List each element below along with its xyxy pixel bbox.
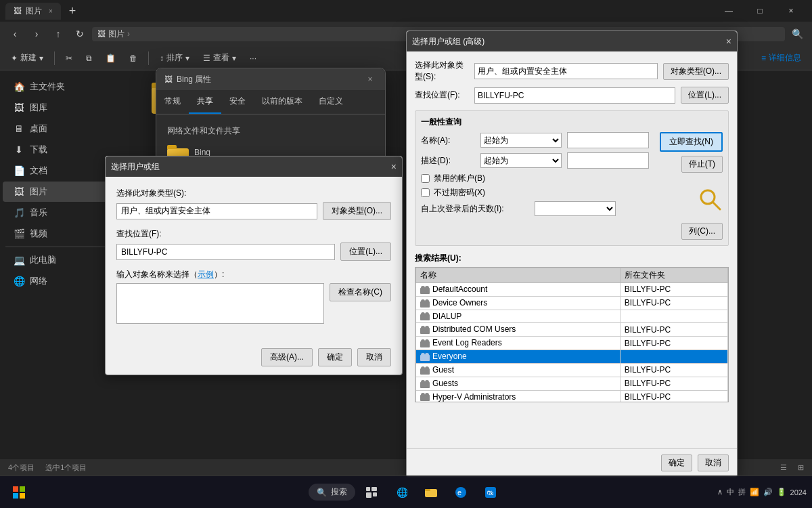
location-btn[interactable]: 位置(L)...	[340, 242, 391, 261]
battery-icon[interactable]: 🔋	[777, 488, 786, 496]
result-row[interactable]: GuestBILLYFU-PC	[416, 363, 728, 377]
select-adv-close[interactable]: ×	[726, 36, 731, 47]
adv-obj-type-btn[interactable]: 对象类型(O)...	[663, 63, 729, 80]
cut-btn[interactable]: ✂	[60, 51, 78, 66]
rename-btn[interactable]: ↕ 排序 ▾	[154, 49, 195, 66]
adv-obj-type-val: 用户、组或内置安全主体	[474, 63, 658, 79]
search-btn[interactable]: 🔍	[788, 24, 807, 43]
more-btn[interactable]: ···	[244, 51, 262, 66]
start-btn[interactable]	[5, 479, 32, 506]
view-list-icon[interactable]: ☰	[780, 463, 787, 472]
adv-disabled-checkbox[interactable]	[421, 174, 430, 183]
object-type-btn[interactable]: 对象类型(O)...	[323, 202, 391, 220]
adv-results-container[interactable]: 名称 所在文件夹 DefaultAccountBILLYFU-PCDevice …	[415, 267, 729, 402]
example-link[interactable]: 示例	[198, 270, 214, 279]
windows-logo	[13, 486, 25, 499]
svg-point-4	[425, 286, 429, 290]
bing-dialog-titlebar: 🖼 Bing 属性 ×	[156, 68, 385, 90]
adv-results-label: 搜索结果(U):	[415, 253, 729, 264]
adv-ok-btn[interactable]: 确定	[661, 454, 692, 471]
select-simple-close[interactable]: ×	[391, 161, 397, 172]
check-names-btn[interactable]: 检查名称(C)	[330, 283, 391, 301]
main-tab[interactable]: 🖼 图片 ×	[5, 3, 61, 20]
tab-security[interactable]: 安全	[221, 90, 254, 114]
bing-dialog-close[interactable]: ×	[363, 72, 377, 86]
result-row[interactable]: Hyper-V AdministratorsBILLYFU-PC	[416, 390, 728, 402]
tab-close-icon[interactable]: ×	[49, 7, 53, 15]
back-btn[interactable]: ‹	[5, 24, 24, 43]
result-row[interactable]: Distributed COM UsersBILLYFU-PC	[416, 323, 728, 337]
adv-days-row: 自上次登录后的天数(I):	[421, 201, 649, 216]
result-row[interactable]: Device OwnersBILLYFU-PC	[416, 296, 728, 310]
tab-previous[interactable]: 以前的版本	[254, 90, 311, 114]
new-btn[interactable]: ✦ 新建 ▾	[5, 49, 49, 66]
details-btn[interactable]: ≡ 详细信息	[756, 49, 807, 66]
delete-icon: 🗑	[129, 54, 137, 63]
result-row[interactable]: DefaultAccountBILLYFU-PC	[416, 283, 728, 297]
bing-dialog-title: 🖼 Bing 属性	[164, 74, 211, 85]
name-input-field[interactable]	[116, 283, 324, 324]
svg-text:e: e	[457, 488, 461, 496]
adv-noexpire-checkbox[interactable]	[421, 188, 430, 197]
svg-rect-48	[425, 489, 430, 491]
store-btn[interactable]: 🛍	[477, 479, 504, 506]
result-row[interactable]: Everyone	[416, 350, 728, 364]
col-btn[interactable]: 列(C)...	[681, 223, 723, 240]
result-row[interactable]: Event Log ReadersBILLYFU-PC	[416, 337, 728, 350]
simple-cancel-btn[interactable]: 取消	[357, 348, 391, 366]
tab-custom[interactable]: 自定义	[311, 90, 351, 114]
widgets-btn[interactable]: 🌐	[388, 479, 415, 506]
downloads-icon: ⬇	[14, 144, 24, 155]
adv-desc-label: 描述(D):	[421, 155, 475, 167]
volume-icon[interactable]: 🔊	[763, 488, 773, 496]
adv-name-starts-select[interactable]: 起始为	[480, 133, 562, 148]
result-row[interactable]: GuestsBILLYFU-PC	[416, 377, 728, 390]
group-icon	[420, 352, 430, 362]
maximize-btn[interactable]: □	[744, 0, 775, 22]
adv-desc-input[interactable]	[567, 152, 649, 169]
adv-desc-starts-select[interactable]: 起始为	[480, 153, 562, 168]
group-icon	[420, 312, 430, 321]
copy-btn[interactable]: ⧉	[81, 51, 97, 66]
sidebar-item-home[interactable]: 🏠 主文件夹	[3, 77, 133, 97]
taskbar: 🔍 搜索 🌐 e	[0, 475, 812, 508]
forward-btn[interactable]: ›	[27, 24, 46, 43]
edge-btn[interactable]: e	[447, 479, 474, 506]
sidebar-item-desktop[interactable]: 🖥 桌面	[3, 119, 133, 139]
sidebar-videos-label: 视频	[30, 228, 47, 240]
adv-cancel-btn[interactable]: 取消	[698, 454, 729, 471]
col-location-header: 所在文件夹	[620, 268, 727, 283]
svg-point-3	[421, 286, 425, 290]
clock[interactable]: 2024	[790, 488, 807, 496]
view-btn[interactable]: ☰ 查看 ▾	[198, 49, 242, 66]
select-users-adv-dialog: 选择用户或组 (高级) × 选择此对象类型(S): 用户、组或内置安全主体 对象…	[406, 30, 738, 478]
advanced-btn[interactable]: 高级(A)...	[261, 348, 313, 366]
result-row[interactable]: DIALUP	[416, 310, 728, 323]
find-now-btn[interactable]: 立即查找(N)	[660, 132, 723, 152]
wifi-icon[interactable]: 📶	[750, 488, 759, 496]
sidebar-item-gallery[interactable]: 🖼 图库	[3, 98, 133, 118]
new-tab-btn[interactable]: +	[64, 4, 82, 18]
taskbar-search[interactable]: 🔍 搜索	[309, 484, 355, 501]
refresh-btn[interactable]: ↻	[70, 24, 89, 43]
up-btn[interactable]: ↑	[49, 24, 68, 43]
tab-share[interactable]: 共享	[189, 90, 221, 114]
adv-name-input[interactable]	[567, 132, 649, 148]
simple-ok-btn[interactable]: 确定	[318, 348, 352, 366]
taskview-btn[interactable]	[358, 479, 385, 506]
file-explorer-btn[interactable]	[418, 479, 445, 506]
tab-general[interactable]: 常规	[156, 90, 189, 114]
tray-chevron[interactable]: ∧	[717, 488, 723, 496]
stop-btn[interactable]: 停止(T)	[681, 156, 723, 173]
paste-btn[interactable]: 📋	[100, 51, 121, 66]
col-name-header: 名称	[416, 268, 621, 283]
gallery-icon: 🖼	[14, 102, 24, 113]
delete-btn[interactable]: 🗑	[124, 51, 143, 66]
adv-loc-btn[interactable]: 位置(L)...	[681, 87, 729, 104]
adv-days-select[interactable]	[535, 201, 616, 216]
minimize-btn[interactable]: —	[713, 0, 744, 22]
close-btn[interactable]: ×	[775, 0, 807, 22]
network-icon: 🌐	[14, 276, 24, 287]
view-grid-icon[interactable]: ⊞	[798, 463, 804, 472]
sidebar-music-label: 音乐	[30, 207, 47, 219]
